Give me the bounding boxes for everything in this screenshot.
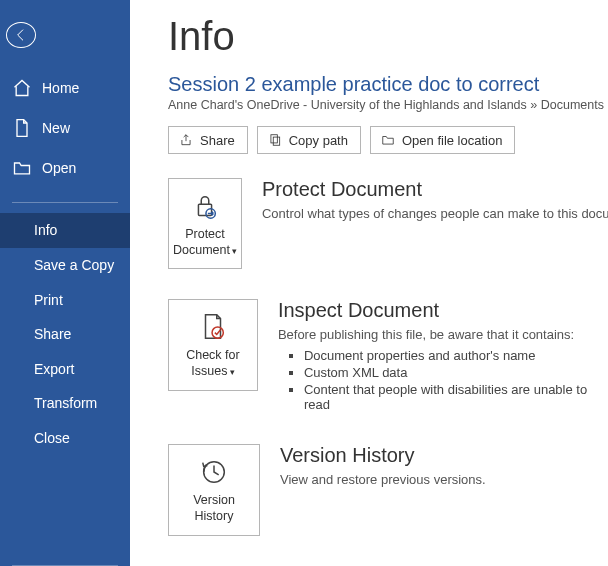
version-history-desc: View and restore previous versions. xyxy=(280,471,486,489)
svg-rect-1 xyxy=(273,137,279,145)
open-file-location-button[interactable]: Open file location xyxy=(370,126,515,154)
inspect-document-title: Inspect Document xyxy=(278,299,608,322)
back-arrow-icon xyxy=(13,27,29,43)
nav-home[interactable]: Home xyxy=(0,68,130,108)
nav-divider xyxy=(12,202,118,203)
new-doc-icon xyxy=(12,118,32,138)
inspect-document-info: Inspect Document Before publishing this … xyxy=(278,299,608,414)
protect-document-desc: Control what types of changes people can… xyxy=(262,205,608,223)
chevron-down-icon: ▾ xyxy=(230,367,235,377)
history-icon xyxy=(199,457,229,487)
version-history-button[interactable]: Version History xyxy=(168,444,260,535)
lock-icon xyxy=(190,191,220,221)
list-item: Document properties and author's name xyxy=(304,348,608,363)
page-title: Info xyxy=(168,14,608,59)
protect-document-button[interactable]: Protect Document▾ xyxy=(168,178,242,269)
action-toolbar: Share Copy path Open file location xyxy=(168,126,608,154)
copy-path-button[interactable]: Copy path xyxy=(257,126,361,154)
home-icon xyxy=(12,78,32,98)
nav-new-label: New xyxy=(42,120,70,136)
document-check-icon xyxy=(198,312,228,342)
sub-share[interactable]: Share xyxy=(0,317,130,352)
nav-open-label: Open xyxy=(42,160,76,176)
protect-document-info: Protect Document Control what types of c… xyxy=(262,178,608,223)
folder-icon xyxy=(381,133,395,147)
protect-document-title: Protect Document xyxy=(262,178,608,201)
sub-print[interactable]: Print xyxy=(0,282,130,317)
protect-document-row: Protect Document▾ Protect Document Contr… xyxy=(168,178,608,269)
inspect-document-list: Document properties and author's name Cu… xyxy=(278,348,608,412)
back-button[interactable] xyxy=(6,22,36,48)
sub-export[interactable]: Export xyxy=(0,351,130,386)
inspect-document-lead: Before publishing this file, be aware th… xyxy=(278,326,608,344)
nav-new[interactable]: New xyxy=(0,108,130,148)
copy-icon xyxy=(268,133,282,147)
main-panel: Info Session 2 example practice doc to c… xyxy=(130,0,608,566)
breadcrumb: Anne Chard's OneDrive - University of th… xyxy=(168,98,608,112)
list-item: Content that people with disabilities ar… xyxy=(304,382,608,412)
nav-open[interactable]: Open xyxy=(0,148,130,188)
svg-rect-0 xyxy=(271,135,277,143)
share-button[interactable]: Share xyxy=(168,126,248,154)
nav-home-label: Home xyxy=(42,80,79,96)
sub-transform[interactable]: Transform xyxy=(0,386,130,421)
sub-info[interactable]: Info xyxy=(0,213,130,248)
check-for-issues-button[interactable]: Check for Issues▾ xyxy=(168,299,258,390)
primary-nav: Home New Open xyxy=(0,60,130,196)
sub-save-copy[interactable]: Save a Copy xyxy=(0,248,130,283)
version-history-title: Version History xyxy=(280,444,486,467)
open-folder-icon xyxy=(12,158,32,178)
inspect-document-row: Check for Issues▾ Inspect Document Befor… xyxy=(168,299,608,414)
version-history-info: Version History View and restore previou… xyxy=(280,444,486,489)
version-history-row: Version History Version History View and… xyxy=(168,444,608,535)
share-icon xyxy=(179,133,193,147)
chevron-down-icon: ▾ xyxy=(232,246,237,256)
list-item: Custom XML data xyxy=(304,365,608,380)
sub-close[interactable]: Close xyxy=(0,421,130,456)
document-title: Session 2 example practice doc to correc… xyxy=(168,73,608,96)
backstage-sidebar: Home New Open Info Save a Copy Print Sha… xyxy=(0,0,130,566)
